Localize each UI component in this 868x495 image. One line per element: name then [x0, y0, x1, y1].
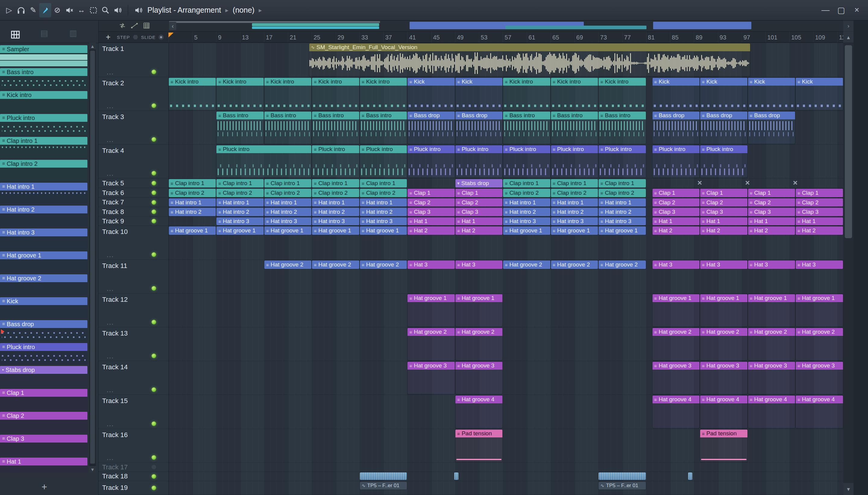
- hscroll-right-button[interactable]: ›: [843, 20, 853, 31]
- pattern-clip-hat-2[interactable]: ≡Hat 2: [796, 226, 843, 235]
- muted-clip-x-marker[interactable]: ×: [793, 178, 797, 188]
- track-header[interactable]: Track 17: [99, 463, 169, 472]
- pattern-clip-clap-intro-1[interactable]: ≡Clap intro 1: [216, 179, 263, 188]
- track-mute-led[interactable]: [152, 422, 156, 426]
- headphones-icon[interactable]: [15, 3, 27, 17]
- pattern-clip-hat-groove-2[interactable]: ≡Hat groove 2: [796, 328, 843, 360]
- pattern-clip-hat-3[interactable]: ≡Hat 3: [796, 260, 843, 269]
- pattern-clip-hat-intro-2[interactable]: ≡Hat intro 2: [598, 208, 646, 216]
- pattern-clip-hat-3[interactable]: ≡Hat 3: [407, 260, 454, 269]
- pattern-clip-hat-3[interactable]: ≡Hat 3: [748, 260, 795, 269]
- pattern-clip-pluck-intro[interactable]: ≡Pluck intro: [598, 145, 646, 177]
- track-mute-led[interactable]: [152, 286, 156, 291]
- pattern-clip-hat-groove-1[interactable]: ≡Hat groove 1: [455, 294, 502, 326]
- pattern-clip-hat-groove-1[interactable]: ≡Hat groove 1: [700, 294, 747, 326]
- pattern-clip-hat-groove-1[interactable]: ≡Hat groove 1: [264, 226, 311, 235]
- slope-icon[interactable]: [131, 22, 138, 31]
- pattern-clip-clap-intro-1[interactable]: ≡Clap intro 1: [598, 179, 646, 188]
- pattern-clip-bass-intro[interactable]: ≡Bass intro: [598, 112, 646, 144]
- pattern-clip-hat-2[interactable]: ≡Hat 2: [653, 226, 699, 235]
- pattern-clip-hat-1[interactable]: ≡Hat 1: [407, 217, 454, 225]
- pattern-list-scrollbar[interactable]: ▲ ▼: [89, 43, 96, 473]
- pattern-clip-clap-1[interactable]: ≡Clap 1: [407, 189, 454, 197]
- playlist-overview-scrollbar[interactable]: ‹: [169, 20, 843, 31]
- minimize-button[interactable]: —: [819, 3, 832, 17]
- track-header[interactable]: Track 10⋯: [99, 226, 169, 259]
- pattern-clip-hat-groove-2[interactable]: ≡Hat groove 2: [503, 260, 550, 269]
- pattern-clip-pluck-intro[interactable]: ≡Pluck intro: [455, 145, 502, 177]
- pattern-item-hat-1[interactable]: ≡Hat 1: [0, 458, 87, 473]
- track-header[interactable]: Track 5: [99, 178, 169, 188]
- automation-view-icon[interactable]: ▥: [69, 28, 77, 38]
- pattern-clip-kick[interactable]: ≡Kick: [700, 78, 747, 110]
- pattern-clip-hat-groove-4[interactable]: ≡Hat groove 4: [748, 395, 795, 428]
- pattern-clip-hat-intro-2[interactable]: ≡Hat intro 2: [503, 208, 550, 216]
- pattern-item-hat-intro-2[interactable]: ≡Hat intro 2: [0, 206, 87, 228]
- speaker-icon[interactable]: [132, 3, 144, 17]
- pattern-clip-bass-intro[interactable]: ≡Bass intro: [216, 112, 263, 144]
- pattern-clip-clap-intro-2[interactable]: ≡Clap intro 2: [169, 189, 216, 197]
- pattern-clip-hat-groove-2[interactable]: ≡Hat groove 2: [748, 328, 795, 360]
- pattern-clip-clap-intro-2[interactable]: ≡Clap intro 2: [216, 189, 263, 197]
- pattern-clip-hat-intro-3[interactable]: ≡Hat intro 3: [503, 217, 550, 225]
- pattern-clip-pad-tension[interactable]: ≡Pad tension: [455, 430, 502, 462]
- pattern-clip-bass-drop[interactable]: ≡Bass drop: [653, 112, 699, 144]
- pattern-clip-hat-groove-1[interactable]: ≡Hat groove 1: [169, 226, 216, 235]
- pattern-item-hat-groove-2[interactable]: ≡Hat groove 2: [0, 274, 87, 297]
- scroll-down-icon[interactable]: ▼: [89, 466, 96, 473]
- pattern-clip-hat-groove-3[interactable]: ≡Hat groove 3: [653, 362, 699, 394]
- pattern-clip-kick[interactable]: ≡Kick: [653, 78, 699, 110]
- track-mute-led[interactable]: [152, 103, 156, 108]
- scrollbar-handle[interactable]: [845, 45, 852, 238]
- pattern-clip-hat-groove-2[interactable]: ≡Hat groove 2: [407, 328, 454, 360]
- pattern-clip-clap-1[interactable]: ≡Clap 1: [455, 189, 502, 197]
- scroll-down-icon[interactable]: ▾: [843, 483, 853, 495]
- pattern-clip-pluck-intro[interactable]: ≡Pluck intro: [407, 145, 454, 177]
- pattern-clip-hat-3[interactable]: ≡Hat 3: [700, 260, 747, 269]
- pattern-item-bass-drop[interactable]: ≡Bass drop: [0, 320, 87, 342]
- track-header[interactable]: Track 15⋯: [99, 395, 169, 429]
- pattern-clip-hat-intro-3[interactable]: ≡Hat intro 3: [312, 217, 359, 225]
- playhead-marker[interactable]: [169, 33, 174, 37]
- track-header[interactable]: Track 18: [99, 472, 169, 481]
- audio-clip-tp5-f-er-01[interactable]: ∿TP5 – F..er 01: [360, 482, 407, 490]
- track-mute-led[interactable]: [152, 190, 156, 195]
- pattern-clip-hat-groove-2[interactable]: ≡Hat groove 2: [598, 260, 646, 269]
- pattern-clip-hat-intro-3[interactable]: ≡Hat intro 3: [598, 217, 646, 225]
- pattern-item-kick-intro[interactable]: ≡Kick intro: [0, 91, 87, 113]
- track-header[interactable]: Track 16⋯: [99, 429, 169, 462]
- track-header[interactable]: Track 2⋯: [99, 77, 169, 110]
- pattern-clip-hat-groove-3[interactable]: ≡Hat groove 3: [796, 362, 843, 394]
- pattern-clip-clap-3[interactable]: ≡Clap 3: [796, 208, 843, 216]
- audio-clip-clip[interactable]: [598, 472, 646, 480]
- pattern-clip-hat-groove-1[interactable]: ≡Hat groove 1: [503, 226, 550, 235]
- track-mute-led[interactable]: [152, 137, 156, 142]
- pattern-clip-clap-2[interactable]: ≡Clap 2: [455, 198, 502, 206]
- scroll-up-icon[interactable]: ▲: [89, 43, 96, 49]
- pattern-clip-kick-intro[interactable]: ≡Kick intro: [312, 78, 359, 110]
- pattern-clip-clap-2[interactable]: ≡Clap 2: [700, 198, 747, 206]
- pattern-clip-pluck-intro[interactable]: ≡Pluck intro: [360, 145, 407, 177]
- pattern-clip-clap-1[interactable]: ≡Clap 1: [653, 189, 699, 197]
- pattern-clip-clap-intro-2[interactable]: ≡Clap intro 2: [312, 189, 359, 197]
- audio-clip-clip[interactable]: [454, 472, 458, 480]
- pattern-item-pluck-intro[interactable]: ≡Pluck intro: [0, 343, 87, 365]
- pattern-clip-hat-groove-1[interactable]: ≡Hat groove 1: [216, 226, 263, 235]
- pattern-clip-hat-intro-1[interactable]: ≡Hat intro 1: [264, 198, 311, 206]
- pattern-clip-clap-3[interactable]: ≡Clap 3: [748, 208, 795, 216]
- pattern-item-stabs-drop[interactable]: •Stabs drop: [0, 366, 87, 388]
- pattern-clip-kick-intro[interactable]: ≡Kick intro: [503, 78, 550, 110]
- track-header[interactable]: Track 7: [99, 198, 169, 207]
- pattern-clip-hat-groove-1[interactable]: ≡Hat groove 1: [551, 226, 598, 235]
- pattern-clip-hat-3[interactable]: ≡Hat 3: [653, 260, 699, 269]
- pattern-item-kick[interactable]: ≡Kick: [0, 297, 87, 320]
- track-header[interactable]: Track 1⋯: [99, 43, 169, 77]
- pattern-clip-clap-intro-1[interactable]: ≡Clap intro 1: [360, 179, 407, 188]
- pattern-clip-pluck-intro[interactable]: ≡Pluck intro: [551, 145, 598, 177]
- pattern-clip-clap-2[interactable]: ≡Clap 2: [407, 198, 454, 206]
- track-lane[interactable]: [169, 481, 843, 494]
- pattern-clip-hat-intro-1[interactable]: ≡Hat intro 1: [312, 198, 359, 206]
- pattern-clip-pluck-intro[interactable]: ≡Pluck intro: [216, 145, 311, 177]
- add-pattern-button[interactable]: +: [0, 481, 89, 493]
- pattern-clip-bass-drop[interactable]: ≡Bass drop: [700, 112, 747, 144]
